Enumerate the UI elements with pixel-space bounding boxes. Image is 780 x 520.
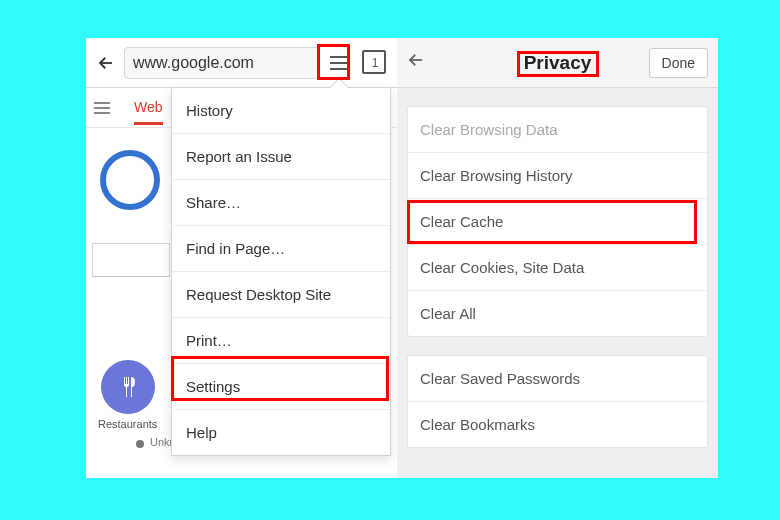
tabs-button[interactable]: 1 (359, 47, 391, 79)
menu-request-desktop[interactable]: Request Desktop Site (172, 272, 390, 318)
clear-saved-group: Clear Saved Passwords Clear Bookmarks (407, 355, 708, 448)
hamburger-icon (330, 56, 348, 70)
clear-saved-passwords[interactable]: Clear Saved Passwords (408, 356, 707, 402)
shortcut-label: Restaurants (98, 418, 157, 430)
clear-all[interactable]: Clear All (408, 291, 707, 336)
menu-settings[interactable]: Settings (172, 364, 390, 410)
hamburger-icon[interactable] (94, 102, 110, 114)
menu-report-issue[interactable]: Report an Issue (172, 134, 390, 180)
settings-toolbar: Privacy Done (397, 38, 718, 88)
shortcut-restaurants[interactable]: Restaurants (98, 360, 157, 430)
address-bar[interactable]: www.google.com (124, 47, 319, 79)
clear-data-group: Clear Browsing Data Clear Browsing Histo… (407, 106, 708, 337)
clear-bookmarks[interactable]: Clear Bookmarks (408, 402, 707, 447)
group-header: Clear Browsing Data (408, 107, 707, 153)
search-input[interactable] (92, 243, 170, 277)
url-text: www.google.com (133, 54, 254, 72)
tabs-icon: 1 (365, 53, 385, 73)
browser-main-pane: www.google.com 1 Web Restaurants Unknown… (86, 38, 397, 478)
privacy-settings-pane: Privacy Done Clear Browsing Data Clear B… (397, 38, 718, 478)
menu-share[interactable]: Share… (172, 180, 390, 226)
menu-history[interactable]: History (172, 88, 390, 134)
overflow-menu: History Report an Issue Share… Find in P… (171, 87, 391, 456)
google-logo-partial (100, 150, 160, 210)
clear-browsing-history[interactable]: Clear Browsing History (408, 153, 707, 199)
restaurant-icon (101, 360, 155, 414)
menu-find-in-page[interactable]: Find in Page… (172, 226, 390, 272)
highlight-privacy-title (517, 51, 599, 77)
back-button[interactable] (407, 51, 425, 74)
clear-cookies[interactable]: Clear Cookies, Site Data (408, 245, 707, 291)
menu-print[interactable]: Print… (172, 318, 390, 364)
location-dot-icon (136, 440, 144, 448)
tab-web[interactable]: Web (134, 91, 163, 125)
menu-button[interactable] (323, 47, 355, 79)
clear-cache[interactable]: Clear Cache (408, 199, 707, 245)
browser-toolbar: www.google.com 1 (86, 38, 397, 88)
done-button[interactable]: Done (649, 48, 708, 78)
back-button[interactable] (92, 54, 120, 72)
menu-help[interactable]: Help (172, 410, 390, 455)
